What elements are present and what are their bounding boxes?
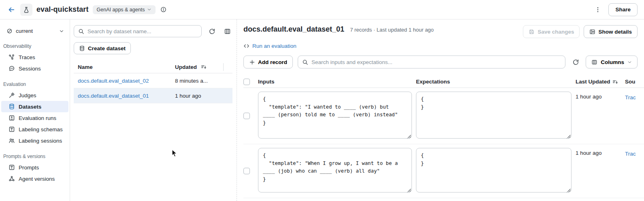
dataset-link[interactable]: docs.default.eval_dataset_01 [78, 93, 149, 99]
column-header-expectations[interactable]: Expectations [416, 76, 576, 88]
column-header-updated[interactable]: Updated [175, 64, 224, 70]
molecule-icon [9, 175, 15, 182]
text-box-icon [9, 164, 15, 171]
code-icon [243, 43, 249, 49]
sidebar-item-sessions[interactable]: Sessions [1, 63, 68, 74]
badge-label: GenAI apps & agents [97, 7, 145, 13]
dataset-row[interactable]: docs.default.eval_dataset_02 8 minutes a… [74, 73, 232, 88]
refresh-icon[interactable] [207, 26, 217, 36]
dataset-updated: 1 hour ago [175, 93, 201, 99]
column-header-name[interactable]: Name [74, 64, 175, 70]
section-evaluation: Evaluation [0, 74, 70, 90]
save-icon [529, 29, 535, 35]
chevron-down-icon [59, 29, 64, 34]
row-select-cell [243, 144, 258, 198]
sidebar-item-label: Traces [19, 54, 35, 60]
sidebar-item-evaluation-runs[interactable]: Evaluation runs [1, 112, 68, 124]
sidebar-item-label: Datasets [19, 104, 41, 110]
sidebar-item-agent-versions[interactable]: Agent versions [1, 173, 68, 184]
sidebar-item-datasets[interactable]: Datasets [1, 101, 68, 112]
sidebar-item-label: Sessions [19, 66, 41, 72]
sort-descending-icon [201, 64, 207, 70]
sidebar-item-labeling-schemas[interactable]: Labeling schemas [1, 124, 68, 135]
search-icon [78, 28, 84, 34]
columns-label: Columns [601, 59, 624, 65]
run-evaluation-label: Run an evaluation [252, 43, 296, 49]
column-header-inputs[interactable]: Inputs [258, 76, 416, 88]
column-resize-divider[interactable] [223, 63, 224, 71]
back-button[interactable] [6, 5, 16, 15]
column-header-last-updated[interactable]: Last Updated [576, 76, 625, 88]
sidebar-item-label: Labeling sessions [19, 138, 62, 144]
dataset-row-selected[interactable]: docs.default.eval_dataset_01 1 hour ago [74, 88, 232, 103]
run-evaluation-link[interactable]: Run an evaluation [243, 43, 296, 49]
record-search-box [298, 56, 565, 68]
expectations-textarea[interactable]: { } [416, 148, 571, 192]
plus-minus-box-icon [9, 115, 15, 121]
add-record-label: Add record [258, 59, 287, 65]
sidebar-item-label: Labeling schemas [19, 126, 63, 133]
datasets-list-panel: Create dataset Name Updated docs.default… [70, 19, 237, 201]
select-all-checkbox[interactable] [243, 79, 250, 85]
expectations-textarea[interactable]: { } [416, 92, 571, 139]
sidebar-item-label: Judges [19, 92, 36, 98]
dataset-meta: 7 records · Last updated 1 hour ago [350, 27, 434, 33]
column-header-source[interactable]: Sou [625, 76, 644, 88]
workspace-label: current [16, 28, 33, 34]
experiment-flask-icon [20, 4, 32, 16]
sort-descending-icon [612, 79, 618, 85]
show-details-label: Show details [598, 29, 632, 35]
dataset-title: docs.default.eval_dataset_01 [243, 25, 344, 34]
record-source-link[interactable]: Trac [625, 94, 636, 100]
inputs-textarea[interactable]: { "template": "When I grow up, I want to… [258, 148, 412, 192]
record-source-link[interactable]: Trac [625, 151, 636, 157]
inputs-textarea[interactable]: { "template": "I wanted to ____ (verb) b… [258, 92, 412, 139]
chat-bubble-icon [9, 65, 15, 72]
info-icon[interactable] [160, 6, 166, 13]
overflow-menu-icon[interactable] [593, 5, 603, 15]
sidebar-item-labeling-sessions[interactable]: Labeling sessions [1, 135, 68, 146]
record-last-updated: 1 hour ago [576, 88, 625, 144]
sidebar-item-prompts[interactable]: Prompts [1, 162, 68, 173]
experiment-type-badge[interactable]: GenAI apps & agents [93, 5, 156, 14]
people-icon [9, 137, 15, 144]
records-table: Inputs Expectations Last Updated Sou { "… [243, 76, 644, 201]
database-icon [9, 103, 15, 110]
dataset-detail-panel: docs.default.eval_dataset_01 7 records ·… [237, 19, 644, 201]
create-dataset-label: Create dataset [88, 45, 126, 51]
add-record-button[interactable]: Add record [243, 56, 293, 68]
show-details-button[interactable]: Show details [584, 25, 638, 38]
sidebar-item-label: Agent versions [19, 176, 55, 182]
workspace-selector[interactable]: current [0, 26, 70, 36]
dataset-search-input[interactable] [87, 28, 197, 34]
search-icon [302, 59, 308, 65]
dataset-link[interactable]: docs.default.eval_dataset_02 [78, 78, 149, 84]
sidebar-item-traces[interactable]: Traces [1, 51, 68, 63]
create-dataset-button[interactable]: Create dataset [74, 42, 131, 54]
chevron-down-icon [147, 7, 151, 12]
gavel-icon [9, 92, 15, 98]
row-checkbox[interactable] [243, 168, 250, 174]
text-box-icon [9, 126, 15, 133]
section-observability: Observability [0, 36, 70, 51]
record-last-updated: 1 hour ago [576, 144, 625, 198]
panel-collapse-left-icon [589, 29, 595, 35]
section-prompts-versions: Prompts & versions [0, 146, 70, 162]
select-all-cell [243, 76, 258, 88]
record-search-input[interactable] [311, 59, 561, 65]
refresh-icon[interactable] [570, 57, 581, 67]
dataset-updated: 8 minutes a... [175, 78, 208, 84]
row-checkbox[interactable] [243, 113, 250, 119]
row-select-cell [243, 88, 258, 144]
columns-dropdown-button[interactable]: Columns [586, 56, 638, 68]
save-changes-button[interactable]: Save changes [523, 25, 580, 38]
share-button[interactable]: Share [608, 3, 638, 16]
plus-icon [249, 59, 255, 65]
columns-toggle-icon[interactable] [222, 26, 232, 36]
columns-icon [591, 59, 597, 65]
row-select-cell [243, 198, 258, 201]
datasets-table: Name Updated docs.default.eval_dataset_0… [74, 61, 232, 103]
datasets-table-header: Name Updated [74, 61, 232, 73]
sidebar-item-judges[interactable]: Judges [1, 90, 68, 101]
traces-icon [9, 54, 15, 60]
